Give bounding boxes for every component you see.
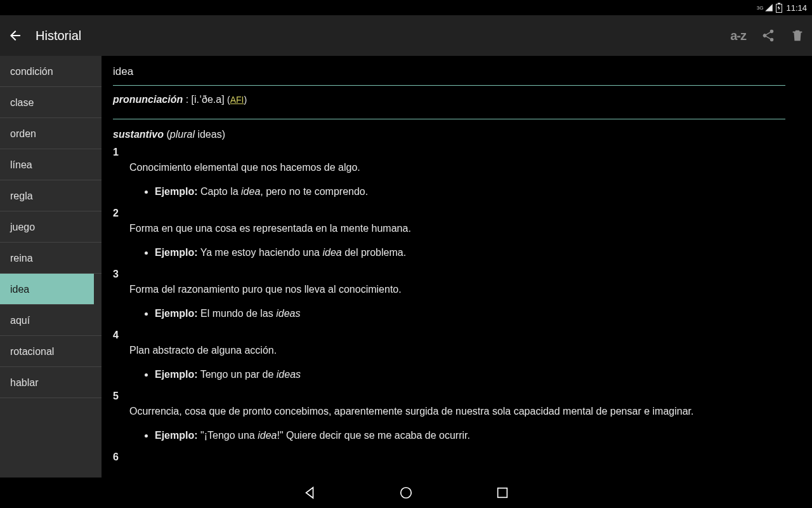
sense: 4Plan abstracto de alguna acción.Ejemplo… bbox=[113, 328, 785, 382]
sort-az-button[interactable]: a-z bbox=[730, 29, 746, 43]
sense-number: 4 bbox=[113, 328, 785, 343]
clock-label: 11:14 bbox=[786, 3, 807, 13]
nav-back-icon[interactable] bbox=[303, 486, 317, 500]
headword: idea bbox=[113, 62, 785, 86]
example-label: Ejemplo: bbox=[155, 430, 198, 441]
sidebar-item[interactable]: reina bbox=[0, 243, 102, 274]
action-area: a-z bbox=[730, 29, 804, 43]
status-bar: 3G 11:14 bbox=[0, 0, 812, 15]
nav-recents-icon[interactable] bbox=[495, 486, 509, 500]
page-title: Historial bbox=[36, 29, 730, 43]
sense-number: 3 bbox=[113, 267, 785, 282]
pronunciation-row: pronunciación : [i.ˈðe.a] (AFI) bbox=[113, 86, 785, 119]
system-nav-bar bbox=[0, 478, 812, 508]
sidebar-item[interactable]: idea bbox=[0, 274, 94, 305]
entry-content: idea pronunciación : [i.ˈðe.a] (AFI) sus… bbox=[102, 56, 812, 478]
signal-icon bbox=[764, 3, 773, 12]
battery-icon bbox=[776, 3, 782, 13]
share-icon[interactable] bbox=[761, 29, 775, 43]
pos-row: sustantivo (plural ideas) bbox=[113, 119, 785, 144]
sidebar-item[interactable]: condición bbox=[0, 56, 102, 87]
sidebar-item[interactable]: regla bbox=[0, 180, 102, 211]
sense-number: 6 bbox=[113, 450, 785, 465]
example-label: Ejemplo: bbox=[155, 247, 198, 258]
sense: 2Forma en que una cosa es representada e… bbox=[113, 206, 785, 260]
sidebar-item[interactable]: aquí bbox=[0, 305, 102, 336]
pos-name: sustantivo bbox=[113, 129, 164, 140]
sense-definition: Conocimiento elemental que nos hacemos d… bbox=[113, 160, 785, 175]
history-sidebar: condiciónclaseordenlíneareglajuegoreinai… bbox=[0, 56, 102, 478]
sense: 1Conocimiento elemental que nos hacemos … bbox=[113, 145, 785, 199]
network-type-label: 3G bbox=[757, 5, 764, 11]
sidebar-item[interactable]: rotacional bbox=[0, 336, 102, 367]
sense-example: Ejemplo: El mundo de las ideas bbox=[155, 306, 785, 321]
sense: 5Ocurrencia, cosa que de pronto concebim… bbox=[113, 389, 785, 443]
svg-point-2 bbox=[401, 488, 412, 498]
trash-icon[interactable] bbox=[790, 29, 804, 43]
sense: 3Forma del razonamiento puro que nos lle… bbox=[113, 267, 785, 321]
sidebar-item[interactable]: clase bbox=[0, 87, 102, 118]
sidebar-item[interactable]: línea bbox=[0, 149, 102, 180]
pron-ipa: [i.ˈðe.a] bbox=[192, 94, 225, 105]
afi-link[interactable]: AFI bbox=[230, 95, 244, 105]
sidebar-item[interactable]: juego bbox=[0, 211, 102, 243]
sidebar-item[interactable]: hablar bbox=[0, 367, 102, 398]
svg-rect-1 bbox=[778, 3, 780, 4]
pron-label: pronunciación bbox=[113, 94, 183, 105]
sense-number: 2 bbox=[113, 206, 785, 221]
app-bar: Historial a-z bbox=[0, 15, 812, 56]
sense-example: Ejemplo: Capto la idea, pero no te compr… bbox=[155, 184, 785, 199]
plural-form: ideas bbox=[197, 129, 221, 140]
sense-definition: Plan abstracto de alguna acción. bbox=[113, 343, 785, 358]
sense-definition: Forma del razonamiento puro que nos llev… bbox=[113, 282, 785, 297]
sense-definition: Forma en que una cosa es representada en… bbox=[113, 221, 785, 236]
pron-sep: : bbox=[183, 94, 191, 105]
sense-number: 1 bbox=[113, 145, 785, 160]
sense-definition: Ocurrencia, cosa que de pronto concebimo… bbox=[113, 404, 785, 419]
plural-word: plural bbox=[170, 129, 195, 140]
sense: 6 bbox=[113, 450, 785, 465]
back-icon[interactable] bbox=[8, 28, 23, 43]
sense-example: Ejemplo: Ya me estoy haciendo una idea d… bbox=[155, 245, 785, 260]
sidebar-item[interactable]: orden bbox=[0, 118, 102, 149]
svg-rect-3 bbox=[498, 488, 508, 498]
sense-example: Ejemplo: Tengo un par de ideas bbox=[155, 367, 785, 382]
example-label: Ejemplo: bbox=[155, 308, 198, 319]
nav-home-icon[interactable] bbox=[399, 486, 413, 500]
sense-example: Ejemplo: "¡Tengo una idea!" Quiere decir… bbox=[155, 428, 785, 443]
example-label: Ejemplo: bbox=[155, 369, 198, 380]
sense-number: 5 bbox=[113, 389, 785, 404]
example-label: Ejemplo: bbox=[155, 186, 198, 197]
